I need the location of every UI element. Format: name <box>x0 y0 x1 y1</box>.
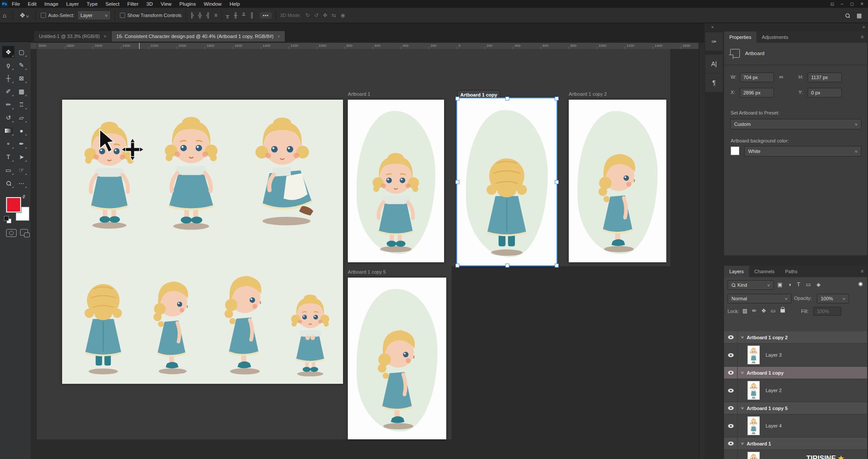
workspace-icon[interactable]: ▦ <box>857 12 862 19</box>
tab-channels[interactable]: Channels <box>749 266 780 277</box>
tab-paths[interactable]: Paths <box>780 266 803 277</box>
gradient-tool[interactable] <box>2 125 14 136</box>
smart-object-filter-icon[interactable]: ◈ <box>816 282 820 288</box>
zoom-tool[interactable]: Ϙ <box>2 177 14 189</box>
chevron-down-icon[interactable]: ∨ <box>741 335 745 339</box>
roll-3d-icon[interactable]: ↺ <box>314 12 318 18</box>
selection-handle[interactable] <box>505 264 509 268</box>
restore-window-icon[interactable]: ◱ <box>830 2 834 6</box>
blend-mode-dropdown[interactable]: Normal ∨ <box>728 294 791 303</box>
brush-tool[interactable]: ✏ <box>2 98 14 110</box>
layer-group-row[interactable]: ∨Artboard 1 copy 5 <box>724 402 867 414</box>
close-tab-icon[interactable]: × <box>104 34 106 39</box>
visibility-toggle[interactable] <box>724 367 738 379</box>
layer-thumbnail[interactable] <box>747 452 760 459</box>
y-input[interactable]: 0 px <box>808 88 842 97</box>
visibility-toggle[interactable] <box>724 438 738 449</box>
layer-row[interactable]: Layer 3 <box>724 344 867 367</box>
maximize-window-icon[interactable]: ▢ <box>850 2 854 6</box>
history-brush-tool[interactable]: ↺ <box>2 111 14 123</box>
blur-tool[interactable]: ● <box>15 125 28 136</box>
default-colors-icon[interactable] <box>4 216 12 223</box>
distribute-h-icon[interactable]: ║ <box>250 12 254 18</box>
quick-mask-button[interactable] <box>6 229 17 237</box>
menu-view[interactable]: View <box>157 1 175 7</box>
align-center-h-icon[interactable]: ╬ <box>198 12 202 18</box>
brush-settings-panel-icon[interactable]: ✑ <box>705 32 723 51</box>
visibility-toggle[interactable] <box>724 402 738 414</box>
document-tab-2[interactable]: 16- Consistent Character design.psd @ 40… <box>112 31 285 42</box>
move-tool[interactable]: ✥ <box>2 46 14 58</box>
align-left-icon[interactable]: ╠ <box>190 12 194 18</box>
quick-selection-tool[interactable]: ✎ <box>15 59 28 71</box>
visibility-toggle[interactable] <box>724 450 738 459</box>
hand-tool[interactable]: ☞ <box>15 164 28 176</box>
layer-group-row[interactable]: ∨Artboard 1 <box>724 438 867 450</box>
eyedropper-tool[interactable]: ✐ <box>2 85 14 97</box>
lock-paint-icon[interactable]: ✏ <box>752 308 756 314</box>
align-right-icon[interactable]: ╣ <box>206 12 210 18</box>
menu-window[interactable]: Window <box>200 1 226 7</box>
panel-menu-icon[interactable]: ≡ <box>861 34 864 39</box>
tab-properties[interactable]: Properties <box>724 31 756 43</box>
artboard[interactable] <box>457 98 556 265</box>
artboard-label[interactable]: Artboard 1 copy 2 <box>569 91 607 97</box>
visibility-toggle[interactable] <box>724 331 738 343</box>
menu-filter[interactable]: Filter <box>123 1 143 7</box>
expand-panels-icon[interactable]: » <box>862 24 864 29</box>
orbit-3d-icon[interactable]: ↻ <box>305 12 310 18</box>
chevron-down-icon[interactable]: ∨ <box>741 442 745 445</box>
layer-row[interactable]: Layer 2 <box>724 379 867 402</box>
vertical-scrollbar[interactable] <box>699 43 704 459</box>
chevron-down-icon[interactable]: ∨ <box>741 406 745 410</box>
type-layer-filter-icon[interactable]: T <box>797 282 800 288</box>
artboard-label[interactable]: Artboard 1 <box>348 91 370 97</box>
crop-tool[interactable]: ┼ <box>2 72 14 84</box>
lock-transparent-icon[interactable]: ▨ <box>742 308 747 314</box>
layer-group-row[interactable]: ∨Artboard 1 copy <box>724 367 867 379</box>
frame-tool[interactable]: ⊠ <box>15 72 28 84</box>
width-input[interactable]: 704 px <box>740 73 774 82</box>
patch-tool[interactable]: ▩ <box>15 85 28 97</box>
slide-3d-icon[interactable]: ⇆ <box>332 12 336 18</box>
auto-select-dropdown[interactable]: Layer ∨ <box>77 10 111 20</box>
reference-image[interactable] <box>62 100 343 384</box>
menu-plugins[interactable]: Plugins <box>175 1 200 7</box>
screen-mode-button[interactable] <box>20 229 28 236</box>
swap-colors-icon[interactable]: ⇄ <box>21 194 27 200</box>
lock-move-icon[interactable]: ✥ <box>761 308 766 314</box>
link-dimensions-icon[interactable]: ∞ <box>779 73 783 80</box>
panel-menu-icon[interactable]: ≡ <box>861 268 864 274</box>
pen-tool[interactable]: ✒ <box>15 138 28 150</box>
align-more-icon[interactable]: ≡ <box>214 12 217 18</box>
menu-file[interactable]: File <box>8 1 24 7</box>
pasteboard[interactable]: Artboard 1 Artboard 1 copyArtboard 1 cop… <box>31 49 699 459</box>
close-window-icon[interactable]: ✕ <box>860 2 864 6</box>
lasso-tool[interactable]: ϙ <box>2 59 14 71</box>
layer-thumbnail[interactable] <box>747 345 760 365</box>
preset-dropdown[interactable]: Custom ∨ <box>730 119 861 129</box>
clone-stamp-tool[interactable]: ♖ <box>15 98 28 110</box>
auto-select-checkbox[interactable] <box>41 13 46 18</box>
visibility-toggle[interactable] <box>724 344 738 366</box>
path-selection-tool[interactable]: ➤ <box>15 151 28 163</box>
artboard[interactable] <box>348 278 446 439</box>
visibility-toggle[interactable] <box>724 379 738 402</box>
artboard[interactable] <box>348 100 444 262</box>
x-input[interactable]: 2896 px <box>740 88 774 97</box>
artboard-bg-color-swatch[interactable] <box>731 146 739 155</box>
paragraph-panel-icon[interactable]: ¶ <box>705 73 723 92</box>
character-panel-icon[interactable]: A| <box>705 55 723 73</box>
menu-type[interactable]: Type <box>83 1 102 7</box>
adjustment-layer-filter-icon[interactable]: ◑ <box>788 282 791 288</box>
type-tool[interactable]: T <box>2 151 14 163</box>
eraser-tool[interactable]: ▱ <box>15 111 28 123</box>
lock-all-icon[interactable] <box>780 308 785 314</box>
foreground-color-swatch[interactable] <box>6 197 21 212</box>
selection-handle[interactable] <box>555 264 559 268</box>
layer-filter-dropdown[interactable]: ϘKind ∨ <box>728 280 774 290</box>
chevron-down-icon[interactable]: ∨ <box>741 371 745 375</box>
background-color-dropdown[interactable]: White ∨ <box>744 146 861 156</box>
home-icon[interactable]: ⌂ <box>0 12 9 19</box>
more-options-button[interactable]: ••• <box>260 12 272 19</box>
